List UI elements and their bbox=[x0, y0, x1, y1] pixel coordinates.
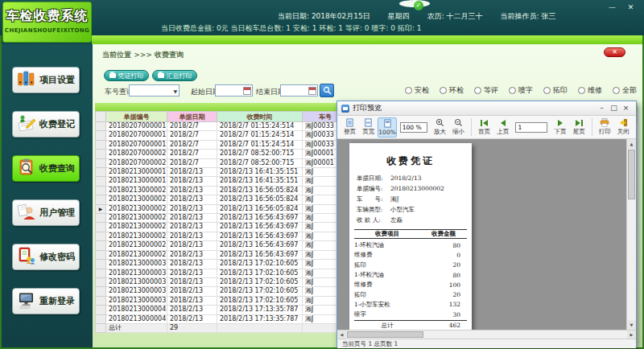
calendar-icon[interactable] bbox=[308, 87, 316, 95]
sidebar-item-label: 收费登记 bbox=[39, 118, 75, 130]
category-radio-label: 拓印 bbox=[553, 85, 568, 96]
radio-icon bbox=[509, 87, 516, 94]
print-preview-dialog: 打印预览 – □ × 整页 页宽 100% bbox=[336, 101, 637, 347]
receipt-item-row: 喷字30 bbox=[354, 310, 467, 319]
dialog-titlebar[interactable]: 打印预览 – □ × bbox=[337, 101, 636, 116]
start-date-input[interactable] bbox=[215, 84, 253, 96]
scroll-left-icon[interactable]: ◀ bbox=[337, 331, 346, 339]
plate-select[interactable]: ▼ bbox=[129, 84, 180, 96]
search-icon bbox=[323, 86, 332, 95]
scroll-down-icon[interactable]: ▼ bbox=[627, 320, 636, 330]
weekday-label: 星期四 bbox=[388, 11, 410, 22]
dialog-minimize-button[interactable]: – bbox=[596, 103, 608, 113]
zoom-out-button[interactable]: 缩小 bbox=[449, 117, 468, 137]
dialog-title: 打印预览 bbox=[353, 103, 596, 113]
zoom-value-input[interactable] bbox=[400, 122, 427, 133]
row-selector bbox=[96, 158, 106, 167]
receipt-page: 收费凭证 单据日期: 2018/2/13 单据编号: 2018021300000… bbox=[349, 143, 472, 330]
sidebar-item-project-settings[interactable]: 项目设置 bbox=[12, 67, 80, 93]
scroll-up-icon[interactable]: ▲ bbox=[627, 139, 636, 149]
receipt-item-row: 1-环检汽油80 bbox=[354, 270, 467, 280]
category-radio[interactable]: 安检 bbox=[405, 85, 429, 96]
prev-page-button[interactable]: 上页 bbox=[493, 117, 512, 137]
category-radio[interactable]: 全部 bbox=[613, 85, 637, 96]
dialog-close-button[interactable]: × bbox=[620, 103, 632, 113]
row-selector bbox=[96, 177, 106, 186]
sidebar-item-label: 项目设置 bbox=[39, 74, 75, 86]
page-number-input[interactable] bbox=[515, 122, 547, 133]
sidebar-item-label: 重新登录 bbox=[39, 295, 75, 307]
category-radio[interactable]: 喷字 bbox=[509, 85, 533, 96]
first-page-button[interactable]: 首页 bbox=[475, 117, 493, 137]
category-radio[interactable]: 环检 bbox=[440, 85, 464, 96]
row-selector bbox=[96, 241, 106, 250]
zoom-in-button[interactable]: 放大 bbox=[431, 117, 449, 137]
dialog-toolbar: 整页 页宽 100% bbox=[337, 116, 636, 139]
page-width-button[interactable]: 页宽 bbox=[359, 117, 378, 137]
preview-horizontal-scrollbar[interactable]: ◀ ▶ bbox=[337, 330, 636, 339]
pencil-paper-icon bbox=[17, 113, 36, 136]
radio-icon bbox=[440, 87, 447, 94]
receipt-item-row: 拓印20 bbox=[354, 261, 467, 270]
zoom-in-icon bbox=[436, 118, 444, 127]
receipt-columns-header: 收费项目 收费金额 bbox=[354, 229, 467, 239]
clipboard-magnifier-icon bbox=[17, 158, 36, 180]
dialog-statusbar: 当前页号 1 总页数 1 bbox=[337, 339, 636, 348]
row-selector bbox=[96, 287, 106, 296]
row-selector bbox=[96, 168, 106, 177]
category-radio-label: 全部 bbox=[622, 85, 637, 96]
sidebar-item-relogin[interactable]: 重新登录 bbox=[12, 288, 80, 314]
sidebar-item-label: 用户管理 bbox=[39, 207, 75, 219]
horizontal-scroll-thumb[interactable] bbox=[347, 331, 423, 338]
check-badge-icon: ✓ bbox=[414, 1, 423, 10]
next-page-button[interactable]: 下页 bbox=[551, 117, 569, 137]
category-radio[interactable]: 维修 bbox=[578, 85, 602, 96]
print-button[interactable]: 打印 bbox=[596, 117, 614, 137]
receipt-item-row: 拓印20 bbox=[354, 289, 467, 299]
summary-print-button[interactable]: 汇总打印 bbox=[152, 70, 197, 81]
vertical-scroll-thumb[interactable] bbox=[628, 150, 635, 199]
scroll-right-icon[interactable]: ▶ bbox=[627, 331, 636, 339]
row-selector bbox=[96, 277, 106, 286]
sidebar-item-fee-register[interactable]: 收费登记 bbox=[12, 111, 80, 138]
last-page-button[interactable]: 尾页 bbox=[570, 117, 588, 137]
col-header-receipt-date[interactable]: 单据日期 bbox=[167, 112, 217, 122]
session-info: 当前日期: 2018年02月15日 星期四 农历: 十二月三十 当前操作员: 张… bbox=[278, 11, 556, 22]
category-radio[interactable]: 拓印 bbox=[543, 85, 568, 96]
search-button[interactable] bbox=[320, 84, 334, 97]
row-selector bbox=[96, 214, 106, 223]
next-page-icon bbox=[558, 118, 563, 127]
row-selector bbox=[96, 232, 106, 240]
col-header-fee-time[interactable]: 收费时间 bbox=[217, 112, 303, 122]
category-radio-label: 等评 bbox=[484, 85, 498, 96]
close-preview-button[interactable]: 关闭 bbox=[614, 117, 633, 137]
sidebar: 项目设置 收费登记 收费查询 bbox=[2, 44, 93, 347]
window-close-button[interactable]: ✕ bbox=[625, 2, 636, 12]
preview-vertical-scrollbar[interactable]: ▲ ▼ bbox=[626, 139, 636, 330]
calendar-icon[interactable] bbox=[243, 87, 251, 95]
operator-label: 当前操作员: 张三 bbox=[501, 11, 556, 22]
end-date-input[interactable] bbox=[280, 84, 318, 96]
voucher-print-button[interactable]: 凭证打印 bbox=[104, 70, 149, 81]
last-page-icon bbox=[576, 118, 583, 127]
category-radio[interactable]: 等评 bbox=[474, 85, 498, 96]
whole-page-button[interactable]: 整页 bbox=[341, 117, 359, 137]
receipt-item-row: 维修费100 bbox=[354, 280, 467, 289]
window-minimize-button[interactable]: — bbox=[607, 2, 617, 12]
close-icon bbox=[619, 118, 628, 127]
receipt-total-row: 总计 462 bbox=[354, 320, 467, 330]
sidebar-item-user-management[interactable]: 用户管理 bbox=[12, 199, 80, 226]
dialog-maximize-button[interactable]: □ bbox=[608, 103, 620, 113]
sidebar-item-change-password[interactable]: 修改密码 bbox=[12, 244, 80, 270]
printer-icon bbox=[109, 73, 116, 78]
content-close-button[interactable]: ✕ bbox=[604, 47, 625, 57]
sidebar-item-fee-query[interactable]: 收费查询 bbox=[12, 155, 80, 182]
col-header-receipt-no[interactable]: 单据编号 bbox=[106, 112, 167, 122]
app-title: 车检收费系统 bbox=[3, 8, 91, 25]
zoom-100-button[interactable]: 100% bbox=[378, 117, 396, 138]
receipt-item-row: 1-环检汽油80 bbox=[354, 240, 467, 250]
whole-page-icon bbox=[345, 118, 354, 127]
first-page-icon bbox=[481, 118, 488, 127]
row-selector bbox=[96, 250, 106, 259]
current-date-label: 当前日期: 2018年02月15日 bbox=[278, 11, 370, 22]
